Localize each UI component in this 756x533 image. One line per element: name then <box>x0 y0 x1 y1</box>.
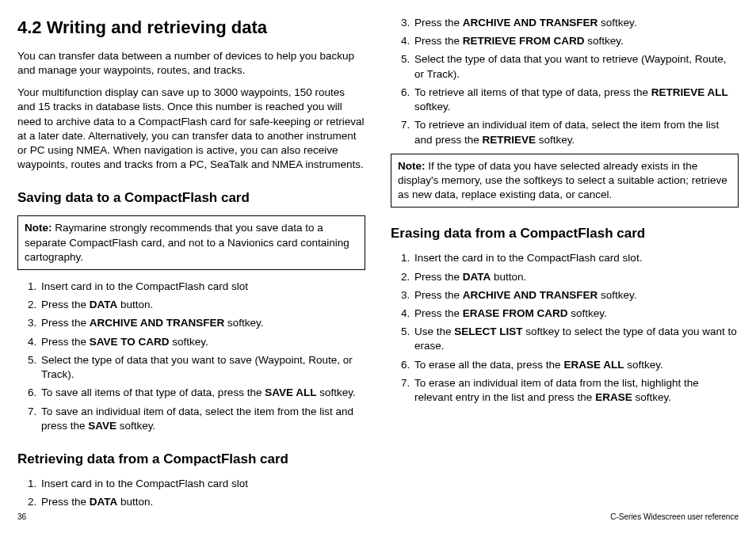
list-item: To erase all the data, press the ERASE A… <box>413 358 739 372</box>
retrieving-steps-1: Insert card in to the CompactFlash card … <box>17 477 365 509</box>
note-label: Note: <box>398 160 426 172</box>
intro-paragraph-1: You can transfer data between a number o… <box>17 49 365 78</box>
list-item: Press the SAVE TO CARD softkey. <box>40 335 365 349</box>
retrieving-steps-2: Press the ARCHIVE AND TRANSFER softkey. … <box>391 16 739 147</box>
list-item: Press the DATA button. <box>413 270 739 284</box>
saving-heading: Saving data to a CompactFlash card <box>17 189 365 207</box>
list-item: Press the ARCHIVE AND TRANSFER softkey. <box>40 316 365 330</box>
section-title: 4.2 Writing and retrieving data <box>17 16 365 40</box>
list-item: Select the type of data that you want to… <box>413 52 739 81</box>
saving-steps: Insert card in to the CompactFlash card … <box>17 280 365 433</box>
list-item: To erase an individual item of data from… <box>413 376 739 405</box>
retrieving-note-box: Note: If the type of data you have selec… <box>391 154 739 208</box>
intro-paragraph-2: Your multifunction display can save up t… <box>17 86 365 172</box>
note-label: Note: <box>25 222 52 234</box>
page-footer: 36 C-Series Widescreen user reference <box>17 512 739 523</box>
list-item: Press the RETRIEVE FROM CARD softkey. <box>413 34 739 48</box>
list-item: Insert card in to the CompactFlash card … <box>40 477 365 491</box>
list-item: Use the SELECT LIST softkey to select th… <box>413 325 739 353</box>
list-item: Press the ARCHIVE AND TRANSFER softkey. <box>413 288 739 303</box>
list-item: To retrieve an individual item of data, … <box>413 118 739 147</box>
list-item: Select the type of data that you want to… <box>40 353 365 382</box>
note-text: If the type of data you have selected al… <box>398 160 727 200</box>
footer-reference: C-Series Widescreen user reference <box>610 512 739 523</box>
list-item: Insert card in to the CompactFlash card … <box>40 280 365 294</box>
saving-note-box: Note: Raymarine strongly recommends that… <box>17 215 365 270</box>
page-number: 36 <box>17 512 26 523</box>
note-text: Raymarine strongly recommends that you s… <box>25 222 349 262</box>
list-item: Press the DATA button. <box>40 495 365 509</box>
list-item: To retrieve all items of that type of da… <box>413 86 739 114</box>
erasing-heading: Erasing data from a CompactFlash card <box>391 225 739 243</box>
list-item: Insert the card in to the CompactFlash c… <box>413 251 739 265</box>
list-item: To save all items of that type of data, … <box>40 386 365 400</box>
list-item: Press the DATA button. <box>40 298 365 312</box>
retrieving-heading: Retrieving data from a CompactFlash card <box>17 451 365 469</box>
list-item: Press the ARCHIVE AND TRANSFER softkey. <box>413 16 739 30</box>
list-item: To save an individual item of data, sele… <box>40 405 365 433</box>
erasing-steps: Insert the card in to the CompactFlash c… <box>391 251 739 405</box>
list-item: Press the ERASE FROM CARD softkey. <box>413 306 739 321</box>
